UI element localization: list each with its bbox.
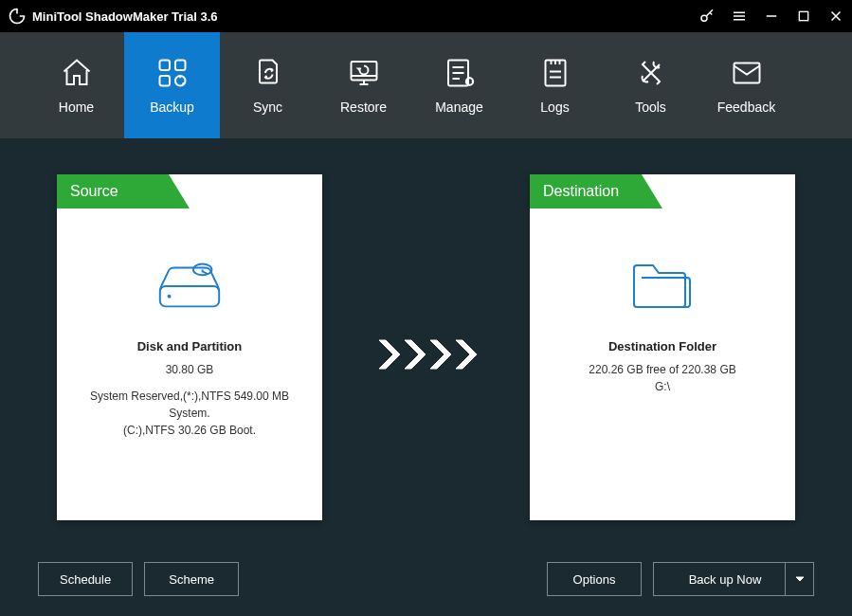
logs-icon bbox=[538, 56, 572, 90]
svg-rect-4 bbox=[159, 76, 170, 86]
scheme-button[interactable]: Scheme bbox=[144, 562, 239, 596]
nav-label: Backup bbox=[150, 100, 194, 115]
nav-restore[interactable]: Restore bbox=[316, 32, 411, 138]
nav-label: Home bbox=[59, 100, 94, 115]
tools-icon bbox=[634, 56, 668, 90]
nav-logs[interactable]: Logs bbox=[507, 32, 603, 138]
nav-backup[interactable]: Backup bbox=[124, 32, 220, 138]
nav-feedback[interactable]: Feedback bbox=[698, 32, 794, 138]
nav-label: Feedback bbox=[717, 100, 775, 115]
svg-point-0 bbox=[701, 15, 707, 21]
app-title: MiniTool ShadowMaker Trial 3.6 bbox=[32, 9, 218, 24]
home-icon bbox=[60, 56, 94, 90]
destination-card[interactable]: Destination Destination Folder 220.26 GB… bbox=[530, 174, 795, 520]
minimize-button[interactable] bbox=[755, 0, 788, 32]
restore-icon bbox=[347, 56, 381, 90]
app-window: MiniTool ShadowMaker Trial 3.6 Home bbox=[0, 0, 852, 616]
nav-manage[interactable]: Manage bbox=[411, 32, 507, 138]
schedule-button[interactable]: Schedule bbox=[38, 562, 133, 596]
main-area: Source Disk and Partition 30.80 GB bbox=[0, 138, 852, 542]
source-detail1: System Reserved,(*:),NTFS 549.00 MB Syst… bbox=[57, 388, 322, 422]
nav-home[interactable]: Home bbox=[28, 32, 124, 138]
svg-rect-10 bbox=[734, 63, 759, 83]
menu-icon[interactable] bbox=[723, 0, 755, 32]
sync-icon bbox=[251, 56, 285, 90]
nav-label: Sync bbox=[253, 100, 282, 115]
svg-point-12 bbox=[168, 295, 172, 299]
source-card[interactable]: Source Disk and Partition 30.80 GB bbox=[57, 174, 322, 520]
destination-title: Destination Folder bbox=[530, 339, 795, 353]
feedback-icon bbox=[730, 56, 764, 90]
backup-now-label: Back up Now bbox=[689, 572, 762, 587]
key-icon[interactable] bbox=[691, 0, 723, 32]
main-nav: Home Backup Sync Restore Manage bbox=[0, 32, 852, 138]
nav-label: Manage bbox=[435, 100, 483, 115]
source-detail2: (C:),NTFS 30.26 GB Boot. bbox=[57, 422, 322, 439]
svg-rect-6 bbox=[351, 62, 376, 81]
manage-icon bbox=[443, 56, 477, 90]
nav-tools[interactable]: Tools bbox=[603, 32, 698, 138]
app-logo-icon bbox=[8, 7, 27, 26]
folder-icon bbox=[530, 241, 795, 326]
titlebar: MiniTool ShadowMaker Trial 3.6 bbox=[0, 0, 852, 32]
close-button[interactable] bbox=[820, 0, 852, 32]
arrows-icon bbox=[374, 335, 479, 373]
svg-rect-3 bbox=[175, 61, 186, 71]
svg-rect-1 bbox=[799, 11, 807, 20]
source-title: Disk and Partition bbox=[57, 339, 322, 353]
destination-free: 220.26 GB free of 220.38 GB bbox=[530, 361, 795, 378]
backup-now-button[interactable]: Back up Now bbox=[653, 562, 814, 596]
nav-sync[interactable]: Sync bbox=[220, 32, 316, 138]
nav-label: Tools bbox=[635, 100, 666, 115]
nav-label: Logs bbox=[540, 100, 569, 115]
source-tab: Source bbox=[57, 174, 190, 208]
footer: Schedule Scheme Options Back up Now bbox=[0, 542, 852, 616]
options-button[interactable]: Options bbox=[547, 562, 642, 596]
destination-path: G:\ bbox=[530, 378, 795, 395]
disk-icon bbox=[57, 241, 322, 326]
dropdown-caret-icon[interactable] bbox=[785, 563, 813, 595]
backup-icon bbox=[155, 56, 190, 90]
nav-label: Restore bbox=[340, 100, 387, 115]
destination-tab: Destination bbox=[530, 174, 662, 208]
maximize-button[interactable] bbox=[788, 0, 820, 32]
svg-rect-2 bbox=[159, 61, 170, 71]
source-size: 30.80 GB bbox=[57, 361, 322, 378]
